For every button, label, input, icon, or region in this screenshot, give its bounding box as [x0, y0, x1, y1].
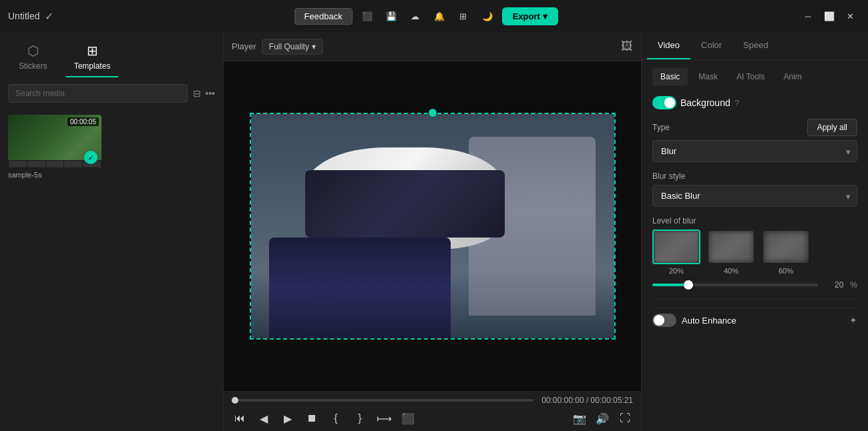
prev-frame-button[interactable]: ◀ [256, 410, 272, 426]
moon-icon[interactable]: 🌙 [478, 7, 497, 25]
sidebar-tabs: ⬡ Stickers ⊞ Templates [0, 32, 223, 77]
grid-icon[interactable]: ⊞ [454, 7, 473, 25]
auto-enhance-knob [654, 315, 664, 326]
progress-dot[interactable] [232, 397, 238, 404]
blur-swatch-20[interactable] [652, 230, 700, 264]
time-display: 00:00:00:00 / 00:00:05:21 [541, 396, 633, 405]
blur-preview-60 [763, 231, 809, 263]
blur-swatch-60[interactable] [762, 230, 810, 264]
titlebar: Untitled ✓ Feedback ⬛ 💾 ☁ 🔔 ⊞ 🌙 Export ▾… [0, 0, 868, 32]
quality-dropdown[interactable]: Full Quality ▾ [262, 39, 323, 55]
video-content [251, 114, 614, 338]
blur-style-select-wrapper: Basic Blur Advanced Blur [652, 185, 857, 207]
slider-pct: % [850, 280, 857, 290]
resize-button[interactable]: ⬛ [400, 410, 416, 426]
tab-video[interactable]: Video [647, 32, 690, 59]
progress-bar-container: 00:00:00:00 / 00:00:05:21 [232, 396, 633, 405]
project-title: Untitled [8, 11, 39, 21]
tab-color[interactable]: Color [690, 32, 732, 59]
help-icon[interactable]: ? [734, 98, 739, 108]
sub-tab-ai-tools[interactable]: AI Tools [728, 68, 773, 85]
type-select-wrapper: Blur Color Image [652, 140, 857, 162]
mark-out-button[interactable]: } [352, 410, 368, 426]
blur-label-20: 20% [669, 267, 684, 275]
player-toolbar-left: Player Full Quality ▾ [232, 39, 323, 55]
titlebar-center: Feedback ⬛ 💾 ☁ 🔔 ⊞ 🌙 Export ▾ [294, 7, 558, 25]
image-icon[interactable]: 🖼 [621, 39, 633, 53]
monitor-icon[interactable]: ⬛ [358, 7, 377, 25]
background-section: Background ? [652, 96, 857, 109]
blur-preview-40 [708, 231, 754, 263]
fullscreen-button[interactable]: ⛶ [617, 410, 633, 426]
close-button[interactable]: ✕ [841, 7, 860, 25]
media-check-icon: ✓ [84, 151, 97, 164]
player-toolbar: Player Full Quality ▾ 🖼 [224, 32, 641, 61]
sub-tab-basic[interactable]: Basic [652, 68, 688, 85]
auto-enhance-row: Auto Enhance ✦ [652, 308, 857, 327]
bell-icon[interactable]: 🔔 [430, 7, 449, 25]
volume-button[interactable]: 🔊 [594, 410, 610, 426]
sub-tab-mask[interactable]: Mask [690, 68, 726, 85]
center-area: Player Full Quality ▾ 🖼 [224, 32, 641, 431]
quality-chevron-icon: ▾ [312, 42, 316, 51]
blur-preview-20 [654, 231, 699, 263]
play-button[interactable]: ▶ [280, 410, 296, 426]
maximize-button[interactable]: ⬜ [820, 7, 839, 25]
export-chevron-icon: ▾ [543, 11, 548, 21]
tab-speed[interactable]: Speed [732, 32, 779, 59]
type-select[interactable]: Blur Color Image [652, 140, 857, 162]
save-icon[interactable]: 💾 [382, 7, 401, 25]
blur-options: 20% 40% 60% [652, 230, 857, 275]
player-label: Player [232, 41, 256, 51]
blur-option-40[interactable]: 40% [707, 230, 755, 275]
progress-bar[interactable] [232, 399, 533, 402]
upload-icon[interactable]: ☁ [406, 7, 425, 25]
blur-level-row: Level of blur 20% 40% [652, 216, 857, 290]
stop-button[interactable]: ⏹ [304, 410, 320, 426]
sub-tab-anim[interactable]: Anim [775, 68, 809, 85]
slider-value: 20 [825, 280, 843, 290]
skip-back-button[interactable]: ⏮ [232, 410, 248, 426]
blur-option-20[interactable]: 20% [652, 230, 700, 275]
blur-slider[interactable] [652, 284, 818, 286]
blur-level-label: Level of blur [652, 216, 857, 226]
star-icon[interactable]: ✦ [849, 315, 857, 326]
media-name: sample-5s [8, 171, 101, 179]
toggle-knob [664, 97, 675, 108]
search-input[interactable] [8, 84, 188, 103]
more-icon[interactable]: ••• [205, 88, 215, 99]
titlebar-right: ─ ⬜ ✕ [799, 7, 860, 25]
media-item[interactable]: 00:00:05 ✓ sample-5s [8, 115, 101, 179]
media-grid: 00:00:05 ✓ sample-5s [0, 109, 223, 431]
export-button[interactable]: Export ▾ [502, 7, 558, 25]
background-toggle[interactable] [652, 96, 676, 109]
apply-all-button[interactable]: Apply all [807, 119, 857, 136]
sidebar-tab-stickers[interactable]: ⬡ Stickers [11, 37, 55, 77]
auto-enhance-label: Auto Enhance [682, 316, 736, 326]
playback-left: ⏮ ◀ ▶ ⏹ { } ⟼ ⬛ [232, 410, 416, 426]
sidebar-tab-templates[interactable]: ⊞ Templates [66, 37, 119, 77]
person-body [269, 238, 451, 338]
top-handle[interactable] [429, 109, 437, 117]
filter-icon[interactable]: ⊟ [193, 88, 201, 99]
left-sidebar: ⬡ Stickers ⊞ Templates ⊟ ••• 00:00:05 [0, 32, 224, 431]
auto-enhance-toggle[interactable] [652, 314, 676, 327]
blur-option-60[interactable]: 60% [762, 230, 810, 275]
feedback-button[interactable]: Feedback [294, 8, 353, 25]
media-duration: 00:00:05 [67, 117, 99, 126]
mark-in-button[interactable]: { [328, 410, 344, 426]
screenshot-button[interactable]: 📷 [572, 410, 588, 426]
trim-button[interactable]: ⟼ [376, 410, 392, 426]
type-label: Type [652, 123, 670, 132]
blur-style-select[interactable]: Basic Blur Advanced Blur [652, 185, 857, 207]
blur-slider-row: 20 % [652, 280, 857, 290]
minimize-button[interactable]: ─ [799, 7, 817, 25]
templates-label: Templates [74, 61, 111, 71]
blur-swatch-40[interactable] [707, 230, 755, 264]
section-divider [652, 299, 857, 300]
sidebar-search: ⊟ ••• [0, 77, 223, 109]
playback-controls: ⏮ ◀ ▶ ⏹ { } ⟼ ⬛ 📷 🔊 ⛶ [232, 410, 633, 426]
titlebar-left: Untitled ✓ [8, 10, 53, 23]
background-label-group: Background ? [652, 96, 739, 109]
main-layout: ⬡ Stickers ⊞ Templates ⊟ ••• 00:00:05 [0, 32, 868, 431]
